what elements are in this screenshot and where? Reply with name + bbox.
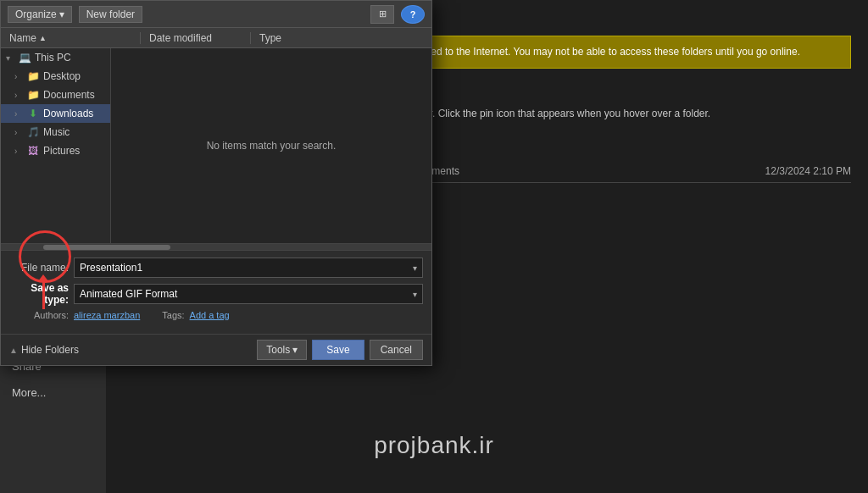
col-name[interactable]: Name ▲ bbox=[1, 32, 141, 44]
savetype-row: Save as type: Animated GIF Format ▾ bbox=[9, 282, 423, 306]
savetype-input[interactable]: Animated GIF Format ▾ bbox=[74, 284, 423, 304]
tools-button[interactable]: Tools ▾ bbox=[257, 340, 307, 360]
watermark: projbank.ir bbox=[374, 432, 494, 459]
expand-icon: › bbox=[14, 91, 23, 100]
column-headers: Name ▲ Date modified Type bbox=[1, 28, 431, 48]
file-list: No items match your search. bbox=[111, 48, 431, 243]
expand-icon: › bbox=[14, 128, 23, 137]
pictures-icon: 🖼 bbox=[26, 144, 40, 158]
filename-row: File name: Presentation1 ▾ bbox=[9, 258, 423, 278]
action-buttons: Tools ▾ Save Cancel bbox=[257, 340, 423, 360]
expand-icon: ▾ bbox=[6, 53, 14, 63]
warning-banner: ted to the Internet. You may not be able… bbox=[415, 36, 851, 69]
savetype-dropdown-arrow: ▾ bbox=[413, 290, 417, 299]
help-icon-button[interactable]: ? bbox=[401, 5, 425, 24]
cancel-button[interactable]: Cancel bbox=[370, 340, 423, 360]
authors-label: Authors: bbox=[9, 310, 69, 320]
bg-nav-more[interactable]: More... bbox=[0, 381, 106, 404]
folder-icon: 📁 bbox=[26, 88, 40, 102]
bg-bottom-row: ocuments 12/3/2024 2:10 PM bbox=[415, 165, 851, 183]
dialog-body: ▾ 💻 This PC › 📁 Desktop › 📁 Documents › … bbox=[1, 48, 431, 243]
meta-row: Authors: alireza marzban Tags: Add a tag bbox=[9, 310, 423, 320]
download-icon: ⬇ bbox=[26, 107, 40, 120]
filename-label: File name: bbox=[9, 262, 69, 274]
computer-icon: 💻 bbox=[18, 51, 31, 64]
new-folder-button[interactable]: New folder bbox=[79, 6, 142, 23]
col-date[interactable]: Date modified bbox=[141, 32, 251, 44]
tools-dropdown-icon: ▾ bbox=[292, 344, 298, 356]
hide-folders-icon: ▲ bbox=[9, 346, 18, 355]
scrollbar-thumb[interactable] bbox=[43, 245, 170, 250]
savetype-value: Animated GIF Format bbox=[80, 288, 177, 300]
tags-label: Tags: bbox=[162, 310, 184, 320]
sidebar-item-pictures[interactable]: › 🖼 Pictures bbox=[1, 141, 110, 160]
tags-value[interactable]: Add a tag bbox=[190, 310, 230, 320]
save-button[interactable]: Save bbox=[312, 340, 364, 360]
folder-icon: 📁 bbox=[26, 69, 40, 83]
organize-dropdown-icon: ▾ bbox=[59, 8, 64, 20]
dialog-buttons-row: ▲ Hide Folders Tools ▾ Save Cancel bbox=[1, 334, 431, 365]
view-icon-button[interactable]: ⊞ bbox=[370, 5, 394, 24]
col-type[interactable]: Type bbox=[251, 32, 431, 44]
savetype-label: Save as type: bbox=[9, 282, 69, 306]
expand-icon: › bbox=[14, 109, 23, 119]
sidebar-item-downloads[interactable]: › ⬇ Downloads bbox=[1, 104, 110, 123]
organize-button[interactable]: Organize ▾ bbox=[8, 6, 72, 23]
filename-dropdown-arrow: ▾ bbox=[413, 263, 417, 273]
dialog-form: File name: Presentation1 ▾ Save as type:… bbox=[1, 250, 431, 334]
filename-input[interactable]: Presentation1 ▾ bbox=[74, 258, 423, 278]
dialog-sidebar: ▾ 💻 This PC › 📁 Desktop › 📁 Documents › … bbox=[1, 48, 111, 243]
sidebar-item-this-pc[interactable]: ▾ 💻 This PC bbox=[1, 48, 110, 67]
authors-value[interactable]: alireza marzban bbox=[74, 310, 140, 320]
sidebar-item-documents[interactable]: › 📁 Documents bbox=[1, 86, 110, 104]
filename-value: Presentation1 bbox=[80, 262, 142, 274]
bg-body-text: ater. Click the pin icon that appears wh… bbox=[415, 106, 851, 122]
dialog-toolbar: Organize ▾ New folder ⊞ ? bbox=[1, 1, 431, 28]
hide-folders-button[interactable]: ▲ Hide Folders bbox=[9, 344, 79, 356]
save-dialog: Organize ▾ New folder ⊞ ? Name ▲ Date mo… bbox=[0, 0, 432, 366]
expand-icon: › bbox=[14, 72, 23, 81]
expand-icon: › bbox=[14, 147, 23, 156]
scrollbar[interactable] bbox=[1, 243, 431, 250]
sidebar-item-music[interactable]: › 🎵 Music bbox=[1, 123, 110, 141]
music-icon: 🎵 bbox=[26, 125, 40, 139]
sidebar-item-desktop[interactable]: › 📁 Desktop bbox=[1, 67, 110, 86]
col-name-sort-icon: ▲ bbox=[39, 34, 47, 42]
